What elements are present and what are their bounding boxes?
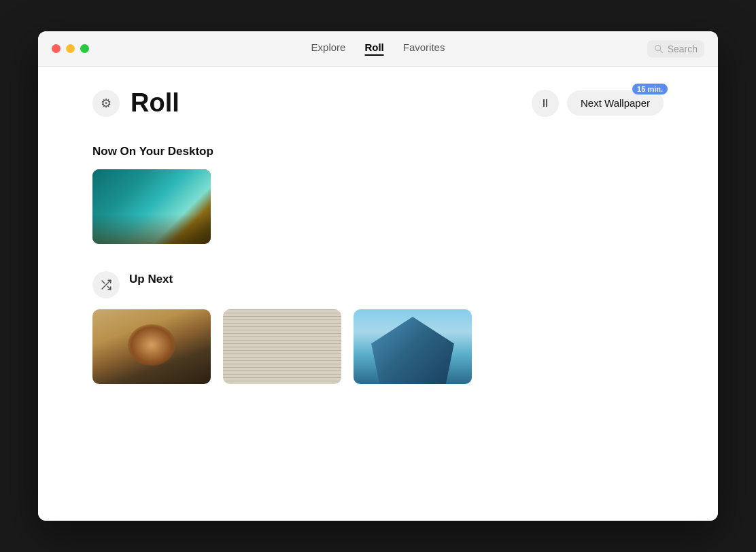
up-next-thumb-3[interactable]: [354, 309, 472, 384]
search-label: Search: [668, 44, 698, 54]
shuffle-icon: [100, 279, 112, 291]
titlebar: Explore Roll Favorites Search: [38, 31, 718, 67]
tab-roll[interactable]: Roll: [364, 41, 383, 56]
up-next-section-label: Up Next: [129, 273, 173, 286]
traffic-lights: [52, 44, 89, 53]
ocean-wallpaper-image: [92, 169, 211, 244]
tab-explore[interactable]: Explore: [311, 41, 346, 56]
next-wallpaper-wrapper: 15 min. Next Wallpaper: [567, 90, 664, 116]
svg-point-0: [655, 45, 660, 50]
close-button[interactable]: [52, 44, 61, 53]
maximize-button[interactable]: [80, 44, 89, 53]
page-title: Roll: [131, 88, 179, 118]
nav-tabs: Explore Roll Favorites: [311, 41, 445, 56]
up-next-header: Up Next: [92, 271, 664, 298]
tab-favorites[interactable]: Favorites: [403, 41, 445, 56]
minimize-button[interactable]: [66, 44, 75, 53]
up-next-thumbnails: [92, 309, 664, 384]
current-wallpaper-section: Now On Your Desktop: [92, 145, 664, 244]
settings-button[interactable]: ⚙: [92, 90, 120, 117]
page-header: ⚙ Roll ⏸ 15 min. Next Wallpaper: [92, 88, 664, 118]
gear-icon: ⚙: [101, 96, 111, 111]
up-next-thumb-2[interactable]: [223, 309, 341, 384]
current-section-label: Now On Your Desktop: [92, 145, 664, 158]
up-next-section: Up Next: [92, 271, 664, 384]
pause-icon: ⏸: [540, 97, 551, 109]
content-area: ⚙ Roll ⏸ 15 min. Next Wallpaper Now On Y…: [38, 67, 718, 521]
page-header-left: ⚙ Roll: [92, 88, 179, 118]
text-wallpaper-image: [223, 309, 341, 384]
search-icon: [654, 44, 664, 54]
app-window: Explore Roll Favorites Search ⚙ Roll ⏸: [38, 31, 718, 521]
header-actions: ⏸ 15 min. Next Wallpaper: [532, 90, 664, 117]
building-wallpaper-image: [354, 309, 472, 384]
up-next-thumb-1[interactable]: [92, 309, 211, 384]
svg-line-1: [660, 50, 662, 52]
search-box[interactable]: Search: [647, 40, 704, 58]
timer-badge: 15 min.: [632, 84, 668, 94]
pause-button[interactable]: ⏸: [532, 90, 559, 117]
shuffle-button[interactable]: [92, 271, 120, 298]
current-wallpaper-thumbnail[interactable]: [92, 169, 211, 244]
portrait-wallpaper-image: [92, 309, 211, 384]
